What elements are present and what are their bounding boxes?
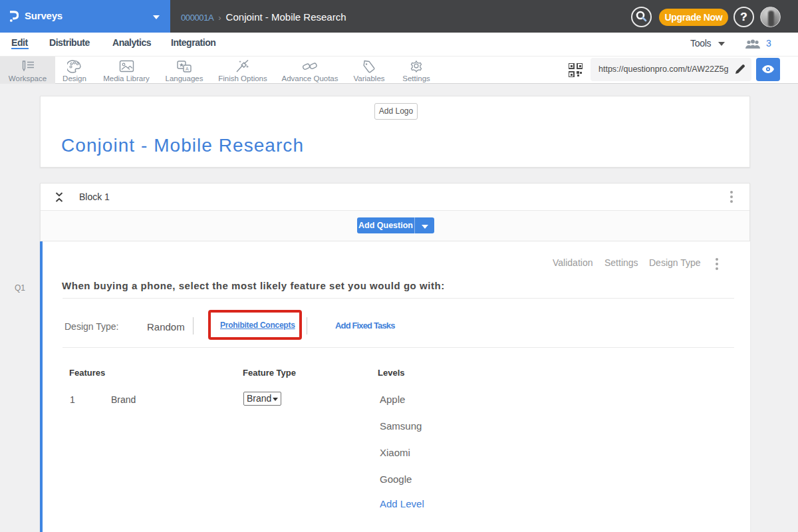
svg-text:A: A (186, 66, 189, 71)
